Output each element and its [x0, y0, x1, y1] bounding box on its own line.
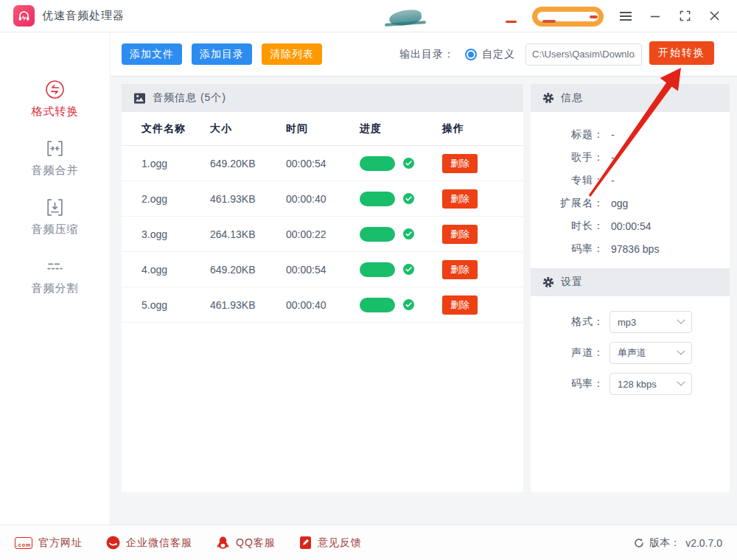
app-window: 优速音频处理器: [0, 0, 737, 560]
progress-bar: [360, 192, 395, 206]
delete-button[interactable]: 删除: [442, 189, 478, 209]
info-title: 信息: [561, 91, 583, 105]
info-row-duration: 时长： 00:00:54: [531, 214, 730, 237]
delete-button[interactable]: 删除: [442, 260, 478, 279]
custom-radio[interactable]: [465, 49, 477, 60]
app-title: 优速音频处理器: [42, 9, 125, 23]
toolbar: 添加文件 添加目录 清除列表 输出目录： 自定义 ··· 开始转换: [111, 32, 737, 77]
setting-row-bitrate: 码率： 128 kbps: [531, 373, 730, 395]
wechat-icon: [106, 536, 120, 550]
app-logo-icon: [13, 5, 35, 27]
file-size: 461.93KB: [210, 193, 286, 205]
gear-icon: [542, 276, 554, 288]
file-time: 00:00:22: [286, 228, 360, 240]
redacted-red-dash: [506, 21, 517, 23]
progress-cell: [360, 156, 442, 171]
progress-bar: [360, 298, 395, 312]
check-circle-icon: [403, 158, 414, 169]
close-icon[interactable]: [705, 7, 724, 26]
check-circle-icon: [403, 228, 414, 239]
table-row: 5.ogg 461.93KB 00:00:40 删除: [122, 287, 523, 323]
file-size: 264.13KB: [210, 228, 286, 240]
setting-row-channel: 声道： 单声道: [531, 342, 730, 364]
sidebar-item-audio-merge[interactable]: 音频合并: [32, 139, 79, 178]
version-value: v2.0.7.0: [685, 537, 722, 549]
col-filename: 文件名称: [142, 122, 210, 136]
minimize-icon[interactable]: [646, 7, 665, 26]
title-bar: 优速音频处理器: [0, 0, 737, 32]
bitrate-select[interactable]: 128 kbps: [609, 373, 692, 395]
progress-cell: [360, 262, 442, 277]
refresh-icon[interactable]: [634, 538, 644, 548]
app-identity: 优速音频处理器: [0, 5, 125, 27]
feedback-link[interactable]: 意见反馈: [299, 536, 362, 550]
file-time: 00:00:40: [286, 299, 360, 311]
settings-title: 设置: [561, 276, 583, 289]
sidebar-item-audio-split[interactable]: 音频分割: [32, 256, 79, 295]
file-name: 2.ogg: [142, 193, 210, 205]
progress-bar: [360, 156, 395, 171]
add-directory-button[interactable]: 添加目录: [192, 43, 252, 65]
start-convert-button[interactable]: 开始转换: [649, 41, 714, 65]
window-controls: [616, 7, 737, 26]
chevron-down-icon: [677, 316, 685, 324]
official-website-link[interactable]: .com 官方网址: [15, 536, 83, 550]
info-row-title: 标题： -: [531, 123, 730, 146]
sidebar-item-format-convert[interactable]: 格式转换: [32, 80, 79, 119]
add-file-button[interactable]: 添加文件: [122, 43, 182, 65]
file-size: 649.20KB: [210, 158, 286, 169]
output-path-input[interactable]: [525, 43, 642, 66]
check-circle-icon: [403, 299, 414, 310]
output-directory-group: 输出目录： 自定义 ···: [399, 43, 688, 66]
sidebar-item-label: 格式转换: [32, 105, 79, 119]
check-circle-icon: [403, 193, 414, 204]
format-select[interactable]: mp3: [609, 311, 692, 333]
table-row: 3.ogg 264.13KB 00:00:22 删除: [122, 217, 523, 252]
audio-compress-icon: [45, 197, 65, 217]
progress-bar: [360, 262, 395, 277]
file-name: 3.ogg: [142, 228, 210, 240]
info-row-artist: 歌手： -: [531, 146, 730, 169]
format-convert-icon: [45, 80, 65, 99]
main-content: 音频信息 (5个) 文件名称 大小 时间 进度 操作 1.ogg 649.20K…: [111, 77, 737, 525]
info-settings-panel: 信息 标题： - 歌手： - 专辑： - 扩展名： ogg: [531, 84, 730, 492]
version-label: 版本：: [649, 536, 680, 550]
delete-button[interactable]: 删除: [442, 225, 478, 244]
file-name: 5.ogg: [142, 299, 210, 311]
table-header-row: 文件名称 大小 时间 进度 操作: [122, 112, 523, 146]
qq-support-link[interactable]: QQ客服: [216, 536, 276, 550]
wechat-support-link[interactable]: 企业微信客服: [106, 536, 192, 550]
chevron-down-icon: [677, 378, 685, 386]
progress-cell: [360, 192, 442, 206]
sidebar-item-label: 音频压缩: [32, 223, 79, 237]
info-row-album: 专辑： -: [531, 169, 730, 192]
settings-header: 设置: [531, 268, 730, 296]
delete-button[interactable]: 删除: [442, 295, 478, 315]
audio-info-title: 音频信息 (5个): [153, 91, 226, 105]
delete-button[interactable]: 删除: [442, 154, 478, 173]
file-time: 00:00:40: [286, 193, 360, 205]
table-row: 1.ogg 649.20KB 00:00:54 删除: [122, 146, 523, 181]
maximize-icon[interactable]: [675, 7, 694, 26]
gear-icon: [542, 92, 554, 104]
custom-radio-label: 自定义: [482, 48, 515, 61]
sidebar-nav: 格式转换 音频合并 音频压缩: [0, 32, 111, 525]
chevron-down-icon: [677, 347, 685, 355]
qq-icon: [216, 536, 230, 550]
info-row-bitrate: 码率： 97836 bps: [531, 237, 730, 260]
redacted-red-dash: [542, 20, 556, 23]
audio-file-panel: 音频信息 (5个) 文件名称 大小 时间 进度 操作 1.ogg 649.20K…: [122, 84, 523, 492]
audio-info-header: 音频信息 (5个): [122, 84, 523, 112]
info-row-extension: 扩展名： ogg: [531, 192, 730, 214]
channel-select[interactable]: 单声道: [609, 342, 692, 364]
sidebar-item-label: 音频分割: [32, 281, 79, 295]
website-icon: .com: [15, 537, 32, 549]
col-time: 时间: [286, 122, 360, 136]
menu-icon[interactable]: [616, 7, 635, 26]
file-time: 00:00:54: [286, 264, 360, 276]
footer-bar: .com 官方网址 企业微信客服 QQ客服 意见反馈 版本：v2.0.7.0: [0, 525, 737, 560]
col-action: 操作: [442, 122, 523, 136]
audio-merge-icon: [45, 139, 65, 158]
sidebar-item-audio-compress[interactable]: 音频压缩: [32, 197, 79, 237]
clear-list-button[interactable]: 清除列表: [262, 43, 322, 65]
